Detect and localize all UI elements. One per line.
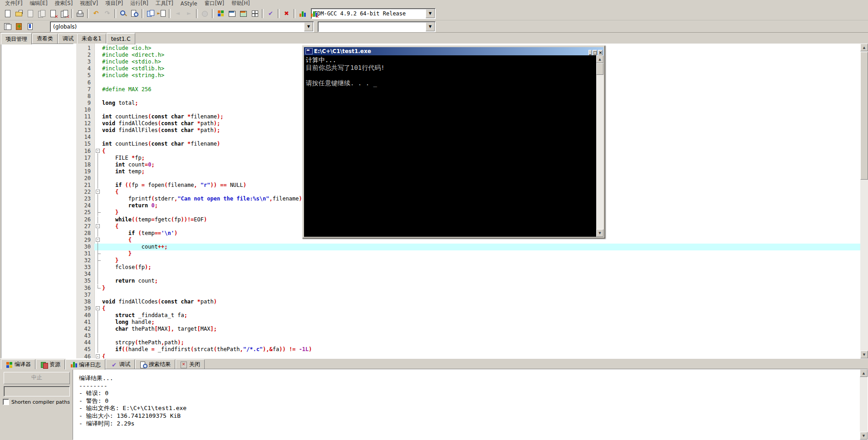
- fold-collapse-icon[interactable]: -: [96, 238, 100, 242]
- chevron-down-icon[interactable]: ▼: [304, 22, 313, 31]
- editor-tab-1[interactable]: test1.C: [107, 33, 135, 44]
- left-tab-1[interactable]: 查看类: [32, 34, 58, 44]
- code-token: *: [197, 120, 201, 127]
- find-button[interactable]: [118, 8, 129, 19]
- syntax-check-button[interactable]: ✔: [265, 8, 276, 19]
- checkbox-icon[interactable]: [3, 399, 9, 405]
- print-button[interactable]: [74, 8, 86, 19]
- goto-line-button[interactable]: [156, 8, 167, 19]
- menu-item-9[interactable]: 帮助[H]: [228, 0, 253, 7]
- minimize-button[interactable]: _: [588, 50, 592, 55]
- compile-button[interactable]: [215, 8, 226, 19]
- scroll-down-icon[interactable]: ▼: [596, 229, 603, 237]
- profile-analysis-button[interactable]: [297, 8, 308, 19]
- project-add-button[interactable]: [13, 21, 25, 32]
- editor-tab-0[interactable]: 未命名1: [77, 34, 106, 44]
- rebuild-all-button[interactable]: [249, 8, 260, 19]
- new-file-button[interactable]: [2, 8, 13, 19]
- menu-item-8[interactable]: 窗口[W]: [201, 0, 227, 7]
- close-all-button[interactable]: ✕: [59, 8, 70, 19]
- fold-marker: [94, 278, 102, 284]
- replace-button[interactable]: [145, 8, 156, 19]
- toolbar-separator: [114, 9, 116, 18]
- line-number: 15: [74, 141, 94, 147]
- scope-select[interactable]: (globals) ▼: [50, 21, 314, 32]
- log-vertical-scrollbar[interactable]: ▲ ▼: [860, 369, 868, 440]
- bottom-panel: 中止 Shorten compiler paths 编译结果...-------…: [0, 369, 868, 440]
- fold-marker[interactable]: -: [94, 223, 102, 230]
- stop-execution-button[interactable]: ✖: [281, 8, 292, 19]
- bottom-tab-1[interactable]: 资源: [36, 359, 65, 369]
- project-manager-panel[interactable]: [1, 44, 74, 358]
- editor-scroll-thumb[interactable]: [860, 52, 868, 180]
- code-token: {: [115, 223, 118, 230]
- console-scrollbar[interactable]: ▲ ▼: [596, 55, 603, 237]
- redo-button[interactable]: ↷: [102, 8, 113, 19]
- undo-button[interactable]: ↶: [90, 8, 102, 19]
- fold-marker[interactable]: -: [94, 353, 102, 359]
- bottom-tab-4[interactable]: 搜索结果: [135, 359, 175, 369]
- member-select[interactable]: ▼: [318, 21, 436, 32]
- left-tab-0[interactable]: 项目管理: [1, 33, 32, 44]
- menu-item-7[interactable]: AStyle: [177, 0, 201, 7]
- menu-item-4[interactable]: 项目[P]: [102, 0, 126, 7]
- scroll-up-icon[interactable]: ▲: [860, 44, 868, 51]
- project-remove-button[interactable]: [25, 21, 36, 32]
- fold-marker: [94, 107, 102, 113]
- code-token: path: [201, 127, 214, 133]
- code-token: fclose: [102, 264, 135, 270]
- console-title-bar[interactable]: E:\C+\C1\test1.exe _□×: [304, 47, 603, 55]
- fold-collapse-icon[interactable]: -: [96, 354, 100, 358]
- menu-item-0[interactable]: 文件[F]: [2, 0, 26, 7]
- fold-collapse-icon[interactable]: -: [96, 306, 100, 310]
- run-button[interactable]: [226, 8, 238, 19]
- scroll-down-icon[interactable]: ▼: [860, 432, 868, 440]
- tab-label: 未命名1: [82, 35, 102, 43]
- scroll-up-icon[interactable]: ▲: [860, 369, 868, 377]
- fold-collapse-icon[interactable]: -: [96, 224, 100, 228]
- menu-item-5[interactable]: 运行[R]: [127, 0, 152, 7]
- forward-button[interactable]: ►: [183, 8, 195, 19]
- project-new-button[interactable]: [2, 21, 13, 32]
- abort-compile-button[interactable]: 中止: [4, 372, 70, 384]
- bottom-tab-5[interactable]: 关闭: [176, 359, 205, 369]
- menu-item-3[interactable]: 视图[V]: [77, 0, 101, 7]
- menu-item-2[interactable]: 搜索[S]: [52, 0, 76, 7]
- save-all-button[interactable]: [36, 8, 47, 19]
- abort-button[interactable]: [199, 8, 211, 19]
- fold-collapse-icon[interactable]: -: [96, 190, 100, 194]
- scroll-down-icon[interactable]: ▼: [860, 351, 868, 358]
- compile-and-run-button[interactable]: [238, 8, 249, 19]
- code-token: (: [138, 230, 141, 236]
- close-button[interactable]: ×: [598, 50, 603, 55]
- redo-icon: ↷: [103, 10, 112, 17]
- scroll-up-icon[interactable]: ▲: [596, 55, 603, 63]
- close-file-button[interactable]: ✕: [47, 8, 59, 19]
- shorten-paths-option[interactable]: Shorten compiler paths: [3, 399, 70, 405]
- bottom-tab-3[interactable]: ✔调试: [106, 359, 135, 369]
- line-number: 33: [74, 264, 94, 271]
- fold-marker[interactable]: -: [94, 189, 102, 196]
- bottom-tab-2[interactable]: 编译日志: [65, 359, 105, 370]
- code-token: path: [164, 339, 177, 346]
- editor-vertical-scrollbar[interactable]: ▲ ▼: [860, 44, 868, 358]
- find-in-files-button[interactable]: [129, 8, 140, 19]
- fold-marker[interactable]: -: [94, 148, 102, 155]
- console-scroll-thumb[interactable]: [596, 63, 603, 75]
- chevron-down-icon[interactable]: ▼: [426, 9, 435, 18]
- fold-collapse-icon[interactable]: -: [96, 149, 100, 153]
- maximize-button[interactable]: □: [593, 50, 598, 55]
- code-token: int: [102, 141, 112, 147]
- save-button[interactable]: [25, 8, 36, 19]
- compiler-select[interactable]: TDM-GCC 4.9.2 64-bit Release ▼: [311, 8, 436, 19]
- code-token: fprintf: [102, 196, 151, 202]
- back-button[interactable]: ◄: [172, 8, 183, 19]
- open-file-button[interactable]: [13, 8, 25, 19]
- left-tab-2[interactable]: 调试: [58, 34, 78, 44]
- bottom-tab-0[interactable]: 编译器: [1, 359, 35, 369]
- chevron-down-icon[interactable]: ▼: [426, 22, 435, 31]
- fold-marker[interactable]: -: [94, 305, 102, 312]
- fold-marker[interactable]: -: [94, 237, 102, 244]
- menu-item-6[interactable]: 工具[T]: [152, 0, 177, 7]
- menu-item-1[interactable]: 编辑[E]: [27, 0, 51, 7]
